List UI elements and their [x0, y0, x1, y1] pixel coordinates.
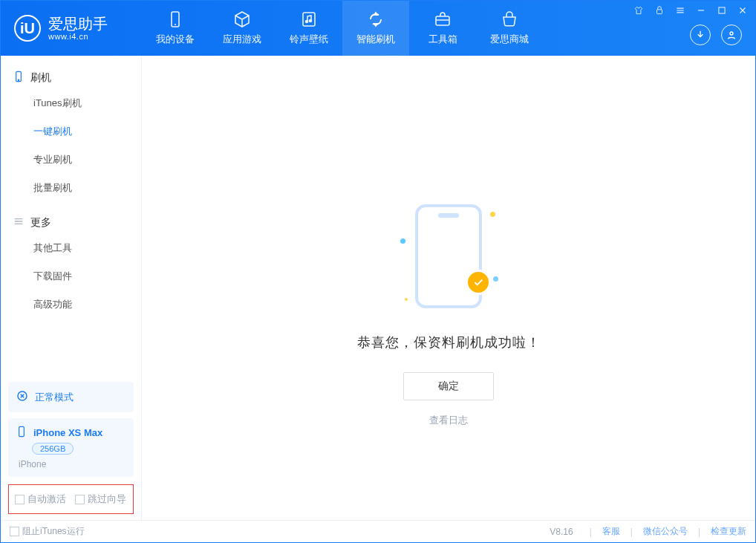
- device-name: iPhone XS Max: [33, 427, 102, 438]
- refresh-icon: [367, 10, 385, 28]
- nav-tab-ringtones[interactable]: 铃声壁纸: [276, 1, 342, 56]
- success-message: 恭喜您，保资料刷机成功啦！: [357, 334, 541, 351]
- phone-icon: [13, 71, 25, 85]
- mode-label: 正常模式: [35, 391, 74, 404]
- logo-mark: iU: [14, 15, 41, 42]
- sidebar: 刷机 iTunes刷机 一键刷机 专业刷机 批量刷机 更多 其他工具 下载固件 …: [1, 56, 142, 520]
- nav-tab-label: 爱思商城: [490, 33, 529, 46]
- shirt-icon[interactable]: [632, 4, 645, 17]
- svg-rect-6: [657, 10, 662, 14]
- lock-icon[interactable]: [653, 4, 666, 17]
- device-capacity: 256GB: [32, 443, 74, 455]
- svg-point-1: [175, 24, 176, 25]
- svg-point-10: [18, 79, 19, 80]
- topbar: iU 爱思助手 www.i4.cn 我的设备 应用游戏 铃声壁纸 智能刷机: [1, 1, 755, 56]
- check-icon: [466, 270, 491, 295]
- device-phone-icon: [16, 426, 27, 440]
- skip-guide-checkbox[interactable]: 跳过向导: [75, 492, 126, 506]
- device-card[interactable]: iPhone XS Max 256GB iPhone: [8, 418, 134, 477]
- svg-point-4: [310, 20, 312, 22]
- body: 刷机 iTunes刷机 一键刷机 专业刷机 批量刷机 更多 其他工具 下载固件 …: [1, 56, 755, 520]
- header-actions: [690, 25, 742, 45]
- nav-tabs: 我的设备 应用游戏 铃声壁纸 智能刷机 工具箱 爱思商城: [142, 1, 543, 56]
- version-label: V8.16: [550, 527, 573, 537]
- view-log-link[interactable]: 查看日志: [429, 414, 468, 427]
- account-button[interactable]: [721, 25, 742, 45]
- auto-activate-checkbox[interactable]: 自动激活: [15, 492, 66, 506]
- device-type: iPhone: [19, 459, 126, 469]
- logo: iU 爱思助手 www.i4.cn: [1, 1, 142, 56]
- main-panel: 恭喜您，保资料刷机成功啦！ 确定 查看日志: [142, 56, 755, 520]
- nav-tab-toolbox[interactable]: 工具箱: [409, 1, 476, 56]
- logo-subtext: www.i4.cn: [48, 32, 108, 41]
- music-icon: [300, 10, 318, 28]
- footer: 阻止iTunes运行 V8.16 | 客服 | 微信公众号 | 检查更新: [1, 520, 755, 542]
- bottom-options: 自动激活 跳过向导: [8, 484, 134, 514]
- nav-tab-flash[interactable]: 智能刷机: [342, 1, 409, 56]
- nav-tab-label: 我的设备: [156, 33, 195, 46]
- nav-tab-device[interactable]: 我的设备: [142, 1, 209, 56]
- toolbox-icon: [434, 10, 452, 28]
- sidebar-item-advanced[interactable]: 高级功能: [8, 290, 134, 319]
- logo-text: 爱思助手: [48, 16, 108, 32]
- cube-icon: [233, 10, 251, 28]
- nav-tab-label: 工具箱: [428, 33, 457, 46]
- svg-rect-7: [719, 7, 725, 13]
- ok-button[interactable]: 确定: [403, 372, 494, 400]
- maximize-button[interactable]: [715, 4, 729, 17]
- svg-point-3: [306, 21, 308, 23]
- sidebar-item-download-firmware[interactable]: 下载固件: [8, 262, 134, 290]
- block-itunes-checkbox[interactable]: 阻止iTunes运行: [10, 525, 85, 538]
- sidebar-item-other-tools[interactable]: 其他工具: [8, 234, 134, 262]
- success-illustration: [415, 204, 482, 308]
- sidebar-item-pro-flash[interactable]: 专业刷机: [8, 146, 134, 174]
- check-update-link[interactable]: 检查更新: [711, 525, 746, 538]
- normal-mode-icon: [16, 389, 29, 405]
- svg-rect-12: [19, 426, 25, 436]
- device-icon: [166, 10, 184, 28]
- svg-point-8: [730, 32, 733, 35]
- svg-rect-5: [436, 16, 449, 25]
- menu-icon[interactable]: [674, 4, 687, 17]
- minimize-button[interactable]: [694, 4, 708, 17]
- mode-card[interactable]: 正常模式: [8, 382, 134, 412]
- nav-tab-label: 智能刷机: [356, 33, 395, 46]
- download-button[interactable]: [690, 25, 711, 45]
- list-icon: [13, 215, 25, 230]
- section-title: 刷机: [30, 71, 51, 85]
- nav-tab-store[interactable]: 爱思商城: [476, 1, 543, 56]
- nav-tab-apps[interactable]: 应用游戏: [209, 1, 276, 56]
- nav-tab-label: 铃声壁纸: [290, 33, 328, 46]
- window-controls: [632, 4, 749, 17]
- svg-rect-2: [303, 13, 315, 26]
- nav-tab-label: 应用游戏: [223, 33, 261, 46]
- section-flash: 刷机: [8, 66, 134, 89]
- close-button[interactable]: [736, 4, 749, 17]
- sidebar-item-batch-flash[interactable]: 批量刷机: [8, 174, 134, 202]
- wechat-link[interactable]: 微信公众号: [643, 525, 688, 538]
- cart-icon: [501, 10, 518, 28]
- sidebar-item-oneclick-flash[interactable]: 一键刷机: [8, 117, 134, 146]
- customer-service-link[interactable]: 客服: [602, 525, 620, 538]
- sidebar-item-itunes-flash[interactable]: iTunes刷机: [8, 89, 134, 117]
- section-more: 更多: [8, 211, 134, 234]
- section-title: 更多: [30, 216, 51, 230]
